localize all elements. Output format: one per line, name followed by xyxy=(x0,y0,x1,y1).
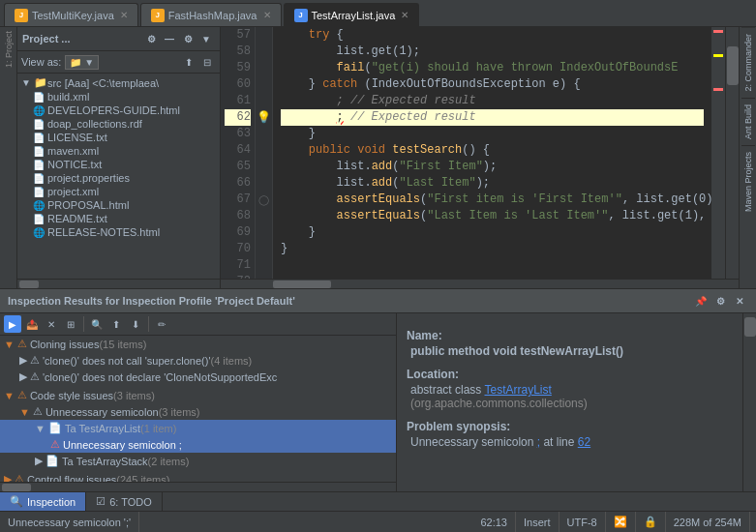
structure-label[interactable]: 1: Project xyxy=(2,27,15,72)
file-tree: ▼ 📁 src [Aaa] <C:\templaea\ 📄 build.xml … xyxy=(17,74,220,279)
bottom-panel-tabs: 🔍 Inspection ☑ 6: TODO xyxy=(0,491,756,511)
maven-projects-tab[interactable]: Maven Projects xyxy=(741,145,755,218)
java-file-icon: J xyxy=(294,9,308,22)
code-line-66: list.add("First Item"); xyxy=(281,159,704,175)
panel-close-btn[interactable]: ✕ xyxy=(731,292,748,310)
location-label: Location: xyxy=(407,368,733,381)
tab-testmultikey[interactable]: J TestMultiKey.java ✕ xyxy=(4,3,138,26)
scroll-to-top-btn[interactable]: ⬆ xyxy=(180,53,197,71)
inspect-testarraystack[interactable]: ▶ 📄 Ta TestArrayStack (2 items) xyxy=(0,453,396,469)
vscrollbar-thumb[interactable] xyxy=(727,46,739,85)
collapse-all-btn[interactable]: ⊟ xyxy=(198,53,216,71)
export-btn[interactable]: 📤 xyxy=(23,315,41,333)
status-bar: Unnecessary semicolon ';' 62:13 Insert U… xyxy=(0,511,756,532)
code-line-67: list.add("Last Item"); xyxy=(281,175,704,192)
tree-item-doap[interactable]: 📄 doap_collections.rdf xyxy=(17,117,220,131)
tab-fasthashmap[interactable]: J FastHashMap.java ✕ xyxy=(140,3,282,26)
project-collapse-btn[interactable]: — xyxy=(161,30,178,47)
details-vscrollbar[interactable] xyxy=(742,313,756,491)
code-line-62: ; // Expected result xyxy=(281,109,704,126)
code-line-60: } catch (IndexOutOfBoundsException e) { xyxy=(281,76,704,93)
tab-close-icon[interactable]: ✕ xyxy=(401,10,408,20)
tree-item-notice[interactable]: 📄 NOTICE.txt xyxy=(17,158,220,171)
editor-vscrollbar[interactable] xyxy=(725,27,739,279)
tree-item-readme[interactable]: 📄 README.txt xyxy=(17,212,220,225)
sort-btn[interactable]: ⬆ xyxy=(107,315,125,333)
bottom-panel: Inspection Results for Inspection Profil… xyxy=(0,288,756,511)
run-inspection-btn[interactable]: ▶ xyxy=(4,315,21,333)
filter-btn[interactable]: 🔍 xyxy=(88,315,106,333)
inspect-cloning-group[interactable]: ▼ ⚠ Cloning issues (15 items) xyxy=(0,336,396,352)
panel-settings-btn[interactable]: ⚙ xyxy=(711,292,729,310)
ant-build-tab[interactable]: Ant Build xyxy=(741,98,755,145)
code-line-59: fail("get(i) should have thrown IndexOut… xyxy=(281,60,704,76)
encoding[interactable]: UTF-8 xyxy=(559,512,606,532)
details-vscrollbar-thumb[interactable] xyxy=(744,317,756,337)
gutter-icons: 💡 ◯ xyxy=(256,27,273,279)
location-link[interactable]: TestArrayList xyxy=(484,383,551,397)
tree-item-projprops[interactable]: 📄 project.properties xyxy=(17,171,220,185)
inspection-title: Inspection Results for Inspection Profil… xyxy=(8,295,295,307)
panel-tab-inspection[interactable]: 🔍 Inspection xyxy=(0,492,86,511)
tree-item-build[interactable]: 📄 build.xml xyxy=(17,90,220,103)
tab-close-icon[interactable]: ✕ xyxy=(263,10,271,20)
divider2 xyxy=(148,316,149,332)
group-btn[interactable]: ⬇ xyxy=(127,315,144,333)
inspect-codestyle-group[interactable]: ▼ ⚠ Code style issues (3 items) xyxy=(0,387,396,403)
editor-hscrollbar[interactable] xyxy=(221,279,739,288)
inspect-semi-item[interactable]: ⚠ Unnecessary semicolon ; xyxy=(0,436,396,453)
tree-item-devguide[interactable]: 🌐 DEVELOPERS-GUIDE.html xyxy=(17,103,220,117)
tree-item-license[interactable]: 📄 LICENSE.txt xyxy=(17,131,220,144)
panel-pin-btn[interactable]: 📌 xyxy=(692,292,710,310)
bottom-content: ▶ 📤 ✕ ⊞ 🔍 ⬆ ⬇ ✏ ▼ ⚠ xyxy=(0,313,756,491)
code-line-70: } xyxy=(281,224,704,241)
hscrollbar-thumb[interactable] xyxy=(273,281,331,288)
project-gear-btn[interactable]: ▼ xyxy=(197,30,215,47)
insert-mode[interactable]: Insert xyxy=(516,512,559,532)
inspect-clone-super[interactable]: ▶ ⚠ 'clone()' does not call 'super.clone… xyxy=(0,352,396,369)
location-suffix: (org.apache.commons.collections) xyxy=(410,397,733,410)
tree-item-proposal[interactable]: 🌐 PROPOSAL.html xyxy=(17,198,220,212)
cursor-position[interactable]: 62:13 xyxy=(472,512,516,532)
project-title: Project ... xyxy=(22,33,71,44)
inspect-controlflow-group[interactable]: ▶ ⚠ Control flow issues (245 items) xyxy=(0,471,396,482)
tree-item-projxml[interactable]: 📄 project.xml xyxy=(17,185,220,198)
project-settings-btn[interactable]: ⚙ xyxy=(179,30,197,47)
edit-btn[interactable]: ✏ xyxy=(153,315,170,333)
status-message: Unnecessary semicolon ';' xyxy=(6,512,139,532)
tab-close-icon[interactable]: ✕ xyxy=(120,10,128,20)
synopsis-line-link[interactable]: 62 xyxy=(578,435,590,449)
inspect-unnecessary-semi[interactable]: ▼ ⚠ Unnecessary semicolon (3 items) xyxy=(0,403,396,420)
name-value: public method void testNewArrayList() xyxy=(410,344,733,358)
code-editor: 57 58 59 60 61 62 63 64 65 66 67 68 69 7… xyxy=(221,27,739,288)
git-status-icon: 🔀 xyxy=(614,516,627,528)
code-line-61: ; // Expected result xyxy=(281,93,704,109)
tree-item-src[interactable]: ▼ 📁 src [Aaa] <C:\templaea\ xyxy=(17,75,220,90)
tree-item-maven[interactable]: 📄 maven.xml xyxy=(17,144,220,158)
htree-scrollbar[interactable] xyxy=(19,281,39,288)
commander-tab[interactable]: 2: Commander xyxy=(741,27,755,98)
inspect-clone-declare[interactable]: ▶ ⚠ 'clone()' does not declare 'CloneNot… xyxy=(0,369,396,385)
close-problem-btn[interactable]: ✕ xyxy=(43,315,60,333)
code-line-58: list.get(1); xyxy=(281,44,704,60)
inspect-testarraylist[interactable]: ▼ 📄 Ta TestArrayList (1 item) xyxy=(0,420,396,436)
view-as-bar: View as: 📁 ▼ ⬆ ⊟ xyxy=(17,51,220,74)
memory-indicator[interactable]: 228M of 254M xyxy=(666,512,750,532)
code-line-69: assertEquals("Last Item is 'Last Item'",… xyxy=(281,208,704,224)
expand-btn[interactable]: ⊞ xyxy=(62,315,79,333)
project-sync-btn[interactable]: ⚙ xyxy=(142,30,160,47)
panel-tab-todo[interactable]: ☑ 6: TODO xyxy=(86,492,163,511)
code-area[interactable]: try { list.get(1); fail("get(i) should h… xyxy=(273,27,711,279)
tree-item-releasenotes[interactable]: 🌐 RELEASE-NOTES.html xyxy=(17,225,220,239)
code-line-72: } xyxy=(281,241,704,257)
tab-testarraylist[interactable]: J TestArrayList.java ✕ xyxy=(284,3,420,26)
inspection-tree: ▼ ⚠ Cloning issues (15 items) ▶ ⚠ 'clone… xyxy=(0,336,397,482)
todo-tab-label: 6: TODO xyxy=(109,496,152,508)
inspection-hscrollbar[interactable] xyxy=(2,484,31,491)
code-line-68: assertEquals("First item is 'First Item'… xyxy=(281,192,704,208)
name-label: Name: xyxy=(407,329,733,342)
java-file-icon: J xyxy=(151,9,165,22)
left-gutter-panel: 1: Project xyxy=(0,27,17,288)
view-as-dropdown[interactable]: 📁 ▼ xyxy=(65,55,99,70)
location-value: abstract class TestArrayList xyxy=(410,383,733,397)
